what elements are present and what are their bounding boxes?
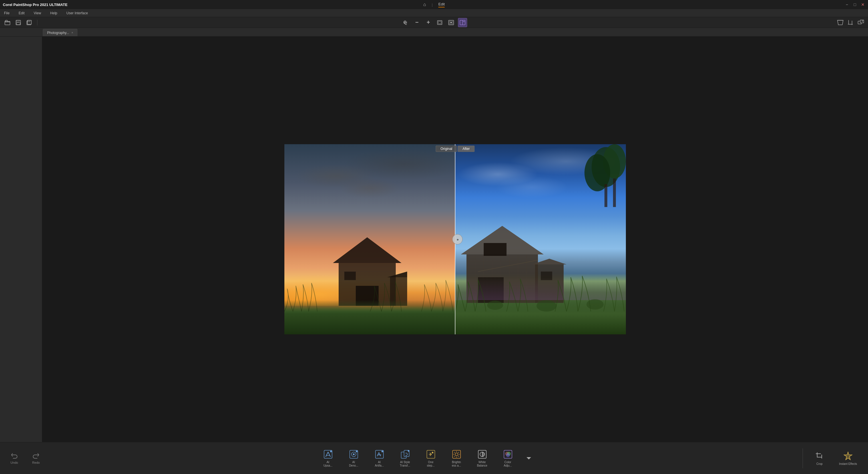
- ai-style-label: AI StyleTransf...: [400, 461, 410, 468]
- svg-rect-11: [450, 22, 452, 23]
- left-panel: [0, 36, 42, 442]
- split-drag-handle[interactable]: ‹›: [452, 234, 463, 245]
- after-image-panel: [455, 144, 626, 335]
- edit-mode-button[interactable]: Edit: [438, 2, 444, 7]
- perspective-icon[interactable]: [836, 18, 845, 27]
- instant-effects-button[interactable]: Instant Effects: [834, 445, 862, 471]
- menu-user-interface[interactable]: User Interface: [65, 10, 90, 16]
- main-toolbar: − +: [0, 17, 868, 28]
- svg-point-57: [381, 450, 383, 452]
- svg-rect-81: [817, 454, 822, 458]
- title-center: ⌂ | Edit: [423, 2, 444, 7]
- more-tools-button[interactable]: [523, 452, 534, 464]
- svg-point-60: [408, 450, 409, 452]
- tab-bar: Photography... ×: [0, 28, 868, 36]
- canvas-area: Original After: [42, 36, 868, 442]
- toolbar-separator: [37, 20, 37, 25]
- grass-reeds-svg: [284, 277, 455, 312]
- split-view-tool[interactable]: [458, 18, 467, 27]
- toolbar-right-separator: [803, 448, 803, 468]
- white-balance-label: WhiteBalance: [477, 461, 487, 468]
- crop-label: Crop: [816, 462, 823, 466]
- color-adjust-icon: [503, 449, 513, 460]
- home-icon[interactable]: ⌂: [423, 2, 426, 7]
- after-grass-svg: [455, 272, 626, 312]
- menu-bar: File Edit View Help User Interface: [0, 9, 868, 17]
- svg-point-47: [536, 300, 557, 312]
- split-view-container: Original After: [284, 144, 626, 335]
- ai-artifact-label: AIArtifa...: [375, 461, 384, 468]
- active-tab[interactable]: Photography... ×: [43, 29, 78, 36]
- ai-artifact-icon: [374, 449, 384, 460]
- crop-button[interactable]: Crop: [805, 445, 834, 471]
- svg-marker-80: [527, 457, 531, 460]
- svg-rect-29: [604, 184, 607, 207]
- undo-redo-section: Undo Redo: [6, 452, 44, 464]
- redo-button[interactable]: Redo: [27, 452, 44, 464]
- title-text: Corel PaintShop Pro 2021 ULTIMATE: [3, 3, 67, 7]
- restore-button[interactable]: □: [852, 2, 857, 7]
- view-labels: Original After: [284, 146, 626, 152]
- svg-point-55: [356, 450, 358, 452]
- crop-icon[interactable]: [846, 18, 855, 27]
- one-step-icon: [426, 449, 436, 460]
- svg-rect-2: [17, 20, 19, 22]
- tab-close-button[interactable]: ×: [71, 31, 73, 34]
- brightness-label: Brightness a...: [452, 461, 461, 468]
- menu-view[interactable]: View: [32, 10, 43, 16]
- one-step-button[interactable]: Onestep...: [418, 445, 444, 471]
- svg-rect-3: [17, 23, 20, 25]
- white-balance-icon: [477, 449, 487, 460]
- undo-icon: [10, 452, 18, 460]
- bottom-tools-row: AIUpsa... AIDeno...: [52, 445, 800, 471]
- fit-window-tool[interactable]: [435, 18, 444, 27]
- svg-marker-19: [333, 237, 401, 263]
- ai-denoise-button[interactable]: AIDeno...: [341, 445, 367, 471]
- ai-upscale-button[interactable]: AIUpsa...: [315, 445, 341, 471]
- pan-tool[interactable]: [401, 18, 410, 27]
- zoom-in-tool[interactable]: +: [424, 18, 433, 27]
- actual-size-tool[interactable]: [446, 18, 456, 27]
- svg-line-71: [458, 452, 459, 452]
- bottom-toolbar: Undo Redo AIUpsa...: [0, 442, 868, 474]
- svg-line-69: [454, 452, 455, 452]
- svg-rect-41: [484, 243, 506, 256]
- zoom-out-tool[interactable]: −: [412, 18, 422, 27]
- undo-label: Undo: [10, 461, 18, 464]
- ai-style-button[interactable]: AI StyleTransf...: [392, 445, 418, 471]
- svg-point-64: [455, 453, 458, 456]
- brightness-button[interactable]: Brightness a...: [444, 445, 469, 471]
- white-balance-button[interactable]: WhiteBalance: [469, 445, 495, 471]
- ai-upscale-label: AIUpsa...: [323, 461, 333, 468]
- menu-edit[interactable]: Edit: [17, 10, 26, 16]
- minimize-button[interactable]: −: [845, 2, 849, 7]
- svg-rect-7: [437, 21, 442, 25]
- undo-button[interactable]: Undo: [6, 452, 23, 464]
- menu-file[interactable]: File: [2, 10, 11, 16]
- original-image-panel: [284, 144, 455, 335]
- brightness-icon: [452, 449, 462, 460]
- svg-point-48: [586, 299, 603, 310]
- svg-point-54: [353, 453, 354, 455]
- svg-point-79: [506, 453, 510, 457]
- after-image: [455, 144, 626, 335]
- menu-help[interactable]: Help: [49, 10, 59, 16]
- save-button[interactable]: [14, 19, 22, 27]
- color-adjust-button[interactable]: ColorAdju...: [495, 445, 521, 471]
- title-divider: |: [432, 3, 433, 7]
- redo-label: Redo: [32, 461, 40, 464]
- ai-artifact-button[interactable]: AIArtifa...: [367, 445, 392, 471]
- close-button[interactable]: ✕: [861, 2, 865, 7]
- save-all-button[interactable]: [25, 19, 33, 27]
- window-controls: − □ ✕: [845, 2, 865, 7]
- after-label: After: [458, 146, 474, 152]
- original-image: [284, 144, 455, 335]
- ai-upscale-icon: [323, 449, 333, 460]
- resize-icon[interactable]: [857, 18, 865, 27]
- ai-denoise-icon: [349, 449, 359, 460]
- open-button[interactable]: [3, 19, 11, 27]
- app-title: Corel PaintShop Pro 2021 ULTIMATE: [3, 3, 67, 7]
- original-clouds: [284, 144, 455, 224]
- svg-rect-8: [438, 22, 441, 24]
- svg-rect-14: [463, 21, 465, 22]
